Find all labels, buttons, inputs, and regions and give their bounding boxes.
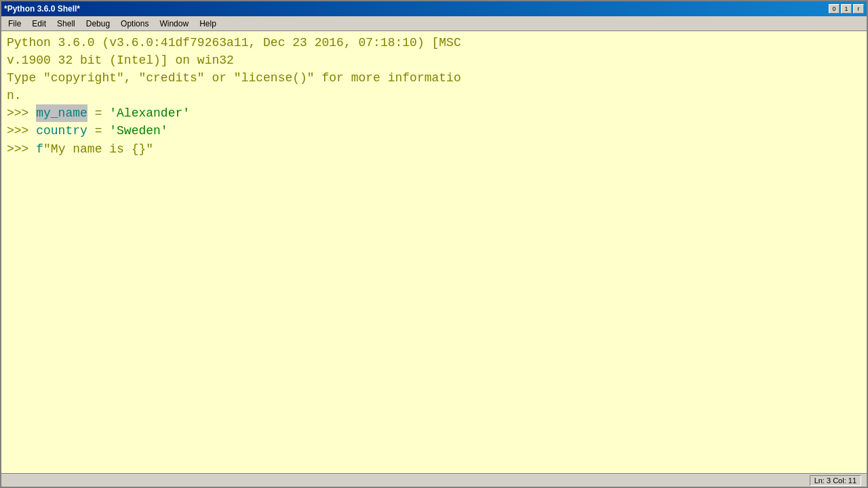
var-country: country	[36, 122, 87, 140]
close-button[interactable]: r	[853, 4, 864, 14]
prompt-symbol-1: >>>	[7, 104, 36, 122]
string-alexander: 'Alexander'	[109, 104, 190, 122]
fstring-body: "My name is {}"	[43, 140, 153, 158]
cursor-position: Ln: 3 Col: 11	[810, 475, 861, 486]
menu-window[interactable]: Window	[154, 18, 194, 30]
prompt-symbol-2: >>>	[7, 122, 36, 140]
prompt-symbol-3: >>>	[7, 140, 36, 158]
window-controls: 0 1 r	[829, 4, 864, 14]
header-line-2: v.1900 32 bit (Intel)] on win32	[7, 52, 861, 69]
menu-file[interactable]: File	[3, 18, 26, 30]
operator-1: =	[87, 104, 109, 122]
string-sweden: 'Sweden'	[109, 122, 167, 140]
header-line-4: n.	[7, 87, 861, 104]
prompt-line-2: >>> country = 'Sweden'	[7, 122, 861, 140]
python-shell-window: *Python 3.6.0 Shell* 0 1 r File Edit She…	[0, 0, 868, 488]
window-title: *Python 3.6.0 Shell*	[4, 4, 80, 14]
menu-edit[interactable]: Edit	[26, 18, 52, 30]
status-bar: Ln: 3 Col: 11	[1, 473, 867, 487]
title-bar: *Python 3.6.0 Shell* 0 1 r	[1, 1, 867, 16]
fstring-prefix: f	[36, 140, 43, 158]
header-line-3: Type "copyright", "credits" or "license(…	[7, 69, 861, 87]
header-line-1: Python 3.6.0 (v3.6.0:41df79263a11, Dec 2…	[7, 34, 861, 52]
minimize-button[interactable]: 0	[829, 4, 840, 14]
operator-2: =	[87, 122, 109, 140]
menu-shell[interactable]: Shell	[52, 18, 81, 30]
prompt-line-1: >>> my_name = 'Alexander'	[7, 104, 861, 122]
menu-options[interactable]: Options	[115, 18, 154, 30]
shell-output: Python 3.6.0 (v3.6.0:41df79263a11, Dec 2…	[7, 34, 861, 158]
var-myname: my_name	[36, 104, 87, 122]
maximize-button[interactable]: 1	[841, 4, 852, 14]
menu-debug[interactable]: Debug	[81, 18, 115, 30]
menu-bar: File Edit Shell Debug Options Window Hel…	[1, 16, 867, 31]
prompt-line-3: >>> f"My name is {}"	[7, 140, 861, 158]
shell-area[interactable]: Python 3.6.0 (v3.6.0:41df79263a11, Dec 2…	[1, 31, 867, 473]
menu-help[interactable]: Help	[194, 18, 222, 30]
